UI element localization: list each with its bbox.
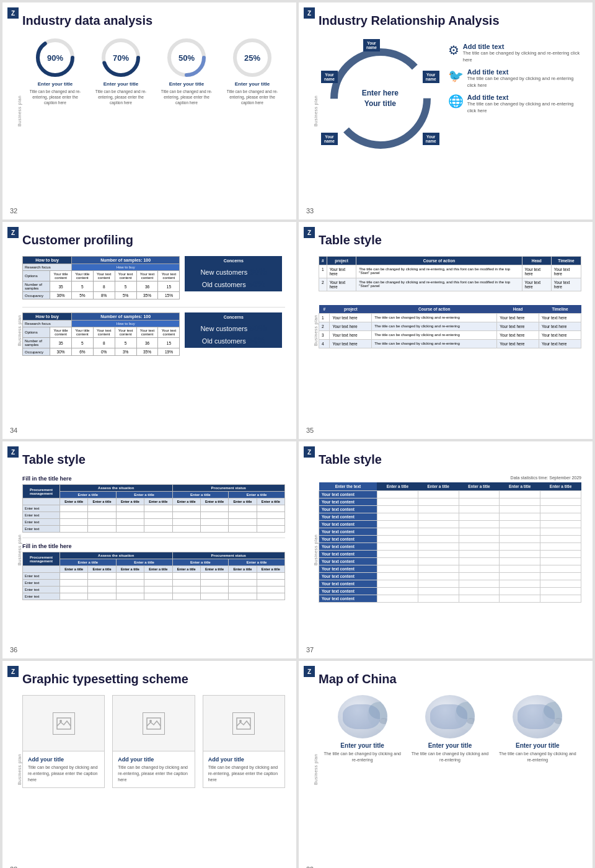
cp-num-samples: Number of samples (23, 281, 50, 292)
slide-34: Z Customer profiling How to buy Number o… (2, 222, 296, 439)
cp-opt2-5: Your text content (136, 327, 158, 338)
slide-num-38: 38 (10, 866, 17, 868)
table-row: Your text content (319, 506, 581, 513)
table-row: Enter text (23, 512, 285, 519)
donut-desc-3: Title can be changed and re-entering, pl… (157, 89, 215, 105)
gts-desc-2: Title can be changed by clicking and re-… (118, 764, 189, 782)
ts2-action-1: The title can be changed by clicking and… (372, 314, 497, 322)
table-row: Enter text (23, 505, 285, 512)
slide-num-32: 32 (10, 207, 17, 215)
gts-img-3 (203, 696, 284, 751)
proc-row-2: Enter text (23, 512, 60, 519)
gts-title-1: Add your title (28, 756, 99, 763)
donut-desc-2: Title can be changed and re-entering, pl… (92, 89, 149, 105)
cp-concern-label-2: Concerns (190, 315, 277, 319)
proc-status: Procurement status (172, 485, 285, 492)
proc2-row-1: Enter text (23, 573, 60, 580)
cp-opt2-1: Your title content (50, 327, 72, 338)
cp-opt-4: Your text content (115, 271, 136, 281)
cp-concern-1: Concerns New customers 50% Old customers… (185, 256, 282, 291)
map-row: Enter your title The title can be change… (319, 695, 581, 763)
svg-point-21 (456, 702, 475, 719)
add-title-text-2: Add title text The title can be changed … (467, 68, 581, 89)
cp-oc-5: 35% (136, 292, 158, 299)
add-title-item-1: ⚙ Add title text The title can be change… (448, 43, 581, 63)
rel-node-top: Yourname (363, 39, 380, 51)
cp-opt2-3: Your text content (93, 327, 115, 338)
proc-empty (23, 498, 60, 505)
dt-main-9: Your text content (319, 551, 377, 558)
proc2-row-4: Enter text (23, 593, 60, 600)
cp-research-2: Research focus (23, 321, 72, 327)
cp-occupancy: Occupancy (23, 292, 50, 299)
slide-num-39: 39 (306, 866, 314, 868)
gts-body-3: Add your title Title can be changed by c… (203, 751, 284, 787)
table-row: 4Your text here The title can be changed… (319, 340, 581, 348)
table-row: 2Your text here The title can be changed… (319, 322, 581, 331)
proc2-col-7: Enter a title (229, 566, 257, 573)
slide-num-36: 36 (10, 646, 17, 653)
proc-table-2: Procurement management Assess the situat… (22, 552, 285, 600)
rel-container: Yourname Yourname Yourname Yourname Your… (319, 37, 581, 161)
donut-item-1: 90% Enter your title Title can be change… (26, 37, 84, 105)
dt-col-5: Enter a title (540, 482, 581, 491)
gts-desc-3: Title can be changed by clicking and re-… (208, 764, 280, 782)
side-label-33: Business plan (314, 95, 318, 126)
cp-ns-4: 5 (115, 281, 136, 292)
cp-table-1: How to buy Number of samples: 100 Resear… (22, 256, 180, 299)
add-title-p-1: The title can be changed by clicking and… (463, 50, 581, 63)
proc2-col-3: Enter a title (116, 566, 144, 573)
ts2-th-head: Head (497, 305, 539, 314)
proc-col-3: Enter a title (116, 498, 144, 505)
ts2-tl-1: Your text here (539, 314, 581, 322)
rel-center-text: Enter hereYour title (362, 88, 399, 109)
svg-point-17 (369, 702, 387, 719)
cp-concern-label: Concerns (190, 259, 277, 263)
ts-th-action: Course of action (356, 257, 522, 265)
map-title-3: Enter your title (498, 742, 577, 749)
cp-table-2: How to buy Number of samples: 100 Resear… (22, 312, 180, 356)
donut-circle-3: 50% (165, 37, 208, 79)
dt-table: Enter the text Enter a title Enter a tit… (319, 482, 581, 603)
gts-item-2: Add your title Title can be changed by c… (112, 695, 195, 788)
cp-ns-3: 8 (93, 281, 115, 292)
svg-point-11 (60, 720, 62, 722)
add-title-p-2: The title can be changed by clicking and… (467, 76, 581, 89)
table-row: Enter text (23, 519, 285, 526)
slide-icon-35: Z (304, 227, 315, 238)
ts-row2-action: The title can be changed by clicking and… (356, 278, 522, 291)
slide-35-title: Table style (319, 233, 581, 247)
slide-icon-34: Z (7, 227, 19, 238)
cp-opt-5: Your text content (136, 271, 158, 281)
proc-sub-3: Enter a title (172, 492, 229, 498)
gts-body-2: Add your title Title can be changed by c… (113, 751, 194, 787)
proc-status-2: Procurement status (172, 552, 285, 559)
side-label-35: Business plan (314, 315, 318, 346)
map-desc-2: The title can be changed by clicking and… (410, 751, 489, 763)
table-row: Your text content (319, 536, 581, 543)
side-label-37: Business plan (314, 534, 318, 565)
proc-sub2-1: Enter a title (60, 559, 117, 566)
ts-row2-timeline: Your text here (551, 278, 581, 291)
cp-ns-6: 15 (158, 281, 180, 292)
table-row: Your text content (319, 565, 581, 573)
dt-main-8: Your text content (319, 543, 377, 551)
cp-research: Research focus (23, 264, 72, 271)
table-row: Enter text (23, 580, 285, 587)
rel-node-br: Yourname (423, 133, 439, 145)
donut-label-2: Enter your title (104, 81, 138, 87)
slide-39-title: Map of China (319, 672, 581, 686)
table-row: 3Your text here The title can be changed… (319, 331, 581, 340)
slide-num-33: 33 (306, 207, 314, 215)
table-row: Your text content (319, 551, 581, 558)
gts-desc-1: Title can be changed by clicking and re-… (28, 764, 99, 782)
table-row: Your text content (319, 573, 581, 580)
slide-32: Z Industry data analysis 90% Enter your … (2, 2, 296, 219)
proc-sub2-4: Enter a title (229, 559, 285, 566)
slide-num-37: 37 (306, 646, 314, 653)
ts-th-num: # (319, 257, 327, 265)
svg-point-13 (149, 720, 152, 722)
proc-sub2-3: Enter a title (172, 559, 229, 566)
donut-label-1: Enter your title (38, 81, 73, 87)
cp-oc-3: 8% (93, 292, 115, 299)
